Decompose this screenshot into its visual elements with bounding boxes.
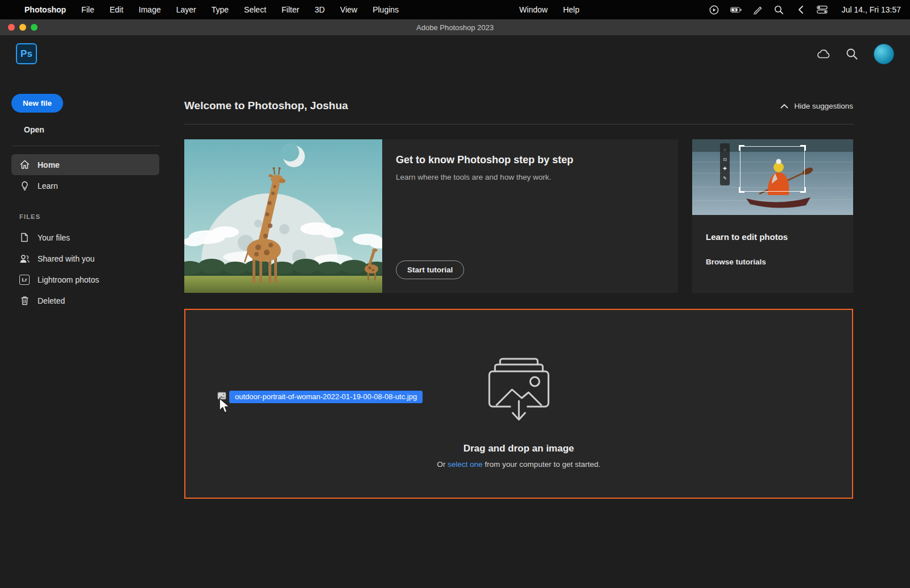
sidebar-item-label: Lightroom photos: [38, 275, 99, 284]
menu-edit[interactable]: Edit: [110, 5, 123, 14]
menu-3d[interactable]: 3D: [315, 5, 325, 14]
dragged-file-name: outdoor-portrait-of-woman-2022-01-19-00-…: [229, 391, 423, 403]
menu-window[interactable]: Window: [519, 5, 548, 14]
menu-image[interactable]: Image: [139, 5, 161, 14]
hide-suggestions-button[interactable]: Hide suggestions: [780, 102, 853, 110]
account-avatar[interactable]: [874, 44, 894, 64]
chevron-left-status-icon[interactable]: [795, 5, 806, 15]
crop-corner-handle: [739, 187, 744, 193]
image-dropzone[interactable]: outdoor-portrait-of-woman-2022-01-19-00-…: [184, 309, 853, 499]
window-titlebar: Adobe Photoshop 2023: [0, 19, 910, 35]
cloud-sync-icon[interactable]: [817, 47, 830, 61]
app-header: Ps: [0, 35, 910, 72]
menu-file[interactable]: File: [81, 5, 94, 14]
new-file-button[interactable]: New file: [11, 94, 63, 113]
sidebar-item-learn[interactable]: Learn: [11, 175, 159, 196]
document-icon: [19, 233, 30, 243]
sidebar-item-home[interactable]: Home: [11, 154, 159, 175]
files-section-header: FILES: [19, 213, 159, 220]
photoshop-logo: Ps: [16, 43, 37, 64]
hide-suggestions-label: Hide suggestions: [794, 102, 853, 110]
menu-plugins[interactable]: Plugins: [373, 5, 399, 14]
macos-menubar: Photoshop File Edit Image Layer Type Sel…: [0, 0, 910, 19]
photoshop-home-screen: Photoshop File Edit Image Layer Type Sel…: [0, 0, 910, 588]
media-play-status-icon[interactable]: [709, 5, 720, 15]
tutorial-card-title: Get to know Photoshop step by step: [396, 154, 664, 166]
home-icon: [19, 160, 30, 170]
crop-corner-handle: [739, 145, 744, 151]
crop-frame-overlay: [740, 146, 805, 192]
crop-corner-handle: [800, 187, 806, 193]
sidebar-item-label: Your files: [38, 233, 70, 242]
sidebar-item-label: Home: [38, 160, 60, 169]
image-stack-icon: [487, 358, 551, 423]
mini-tools-overlay: ◌ ⊡ ✚ ✎: [720, 143, 730, 185]
close-window-button[interactable]: [8, 24, 15, 31]
sidebar-divider: [11, 146, 159, 146]
sidebar-item-label: Learn: [38, 181, 58, 191]
search-icon[interactable]: [845, 47, 859, 61]
welcome-title: Welcome to Photoshop, Joshua: [184, 100, 348, 112]
window-title: Adobe Photoshop 2023: [416, 23, 494, 32]
giraffe-surreal-image: [184, 139, 382, 293]
sidebar-item-label: Deleted: [38, 296, 65, 305]
menu-select[interactable]: Select: [244, 5, 266, 14]
menubar-app-name[interactable]: Photoshop: [24, 5, 66, 14]
open-button[interactable]: Open: [24, 125, 159, 134]
window-controls: [8, 24, 38, 31]
menu-view[interactable]: View: [340, 5, 357, 14]
dragged-file: outdoor-portrait-of-woman-2022-01-19-00-…: [217, 391, 423, 403]
tutorial-card: Get to know Photoshop step by step Learn…: [184, 139, 678, 293]
heal-tool-icon: ✚: [723, 167, 727, 171]
spotlight-search-icon[interactable]: [774, 5, 785, 15]
menu-layer[interactable]: Layer: [176, 5, 196, 14]
lasso-tool-icon: ◌: [723, 148, 726, 152]
crop-corner-handle: [800, 145, 806, 151]
chevron-up-icon: [780, 103, 788, 109]
menu-help[interactable]: Help: [563, 5, 580, 14]
stylus-status-icon[interactable]: [752, 5, 763, 15]
trash-icon: [19, 296, 30, 306]
section-divider: [184, 124, 853, 125]
zoom-window-button[interactable]: [31, 24, 38, 31]
crop-tool-icon: ⊡: [723, 158, 727, 162]
edit-card-title: Learn to edit photos: [706, 232, 839, 242]
dropzone-center: Drag and drop an image Or select one fro…: [437, 358, 600, 469]
control-center-icon[interactable]: [817, 5, 828, 15]
start-tutorial-button[interactable]: Start tutorial: [396, 260, 464, 279]
battery-icon[interactable]: [730, 5, 742, 15]
tutorial-card-subtitle: Learn where the tools are and how they w…: [396, 173, 664, 181]
canoe-photo: ◌ ⊡ ✚ ✎: [692, 139, 853, 215]
dropzone-hint: Or select one from your computer to get …: [437, 460, 600, 469]
sidebar-item-deleted[interactable]: Deleted: [11, 290, 159, 311]
sidebar-item-your-files[interactable]: Your files: [11, 227, 159, 248]
lightroom-icon: Lr: [19, 275, 30, 285]
sidebar: New file Open Home Learn FILES Your file…: [0, 72, 171, 588]
learn-edit-photos-card[interactable]: ◌ ⊡ ✚ ✎ Learn to edit photos Browse tuto…: [692, 139, 853, 293]
minimize-window-button[interactable]: [19, 24, 26, 31]
browse-tutorials-link[interactable]: Browse tutorials: [706, 258, 839, 266]
hint-prefix: Or: [437, 460, 448, 469]
mouse-cursor: [218, 397, 231, 417]
lightbulb-icon: [19, 181, 30, 191]
brush-tool-icon: ✎: [723, 176, 727, 181]
dropzone-title: Drag and drop an image: [437, 443, 600, 454]
hint-suffix: from your computer to get started.: [483, 460, 601, 469]
people-icon: [19, 254, 30, 264]
sidebar-item-shared-with-you[interactable]: Shared with you: [11, 248, 159, 269]
sidebar-item-lightroom-photos[interactable]: Lr Lightroom photos: [11, 269, 159, 290]
select-one-link[interactable]: select one: [448, 460, 483, 469]
sidebar-item-label: Shared with you: [38, 254, 94, 263]
menu-type[interactable]: Type: [212, 5, 229, 14]
main-content: Welcome to Photoshop, Joshua Hide sugges…: [184, 72, 853, 499]
menu-filter[interactable]: Filter: [282, 5, 299, 14]
menubar-clock[interactable]: Jul 14., Fri 13:57: [842, 5, 901, 14]
